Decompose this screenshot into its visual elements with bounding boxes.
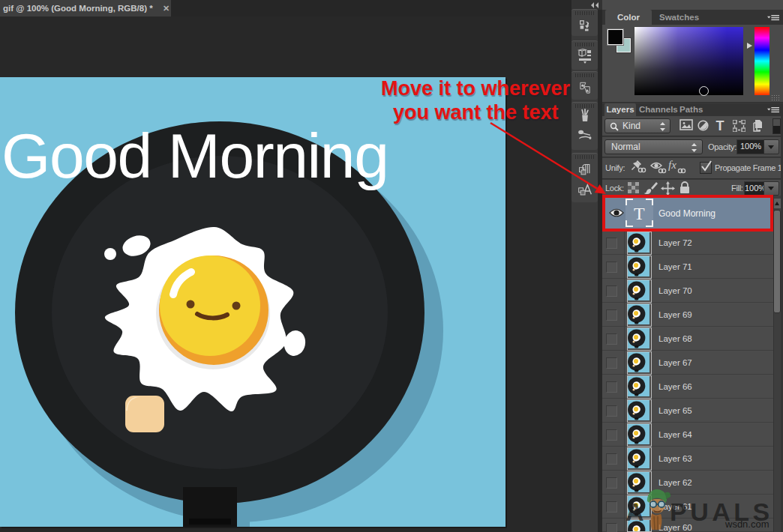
- svg-text:fx: fx: [668, 159, 676, 171]
